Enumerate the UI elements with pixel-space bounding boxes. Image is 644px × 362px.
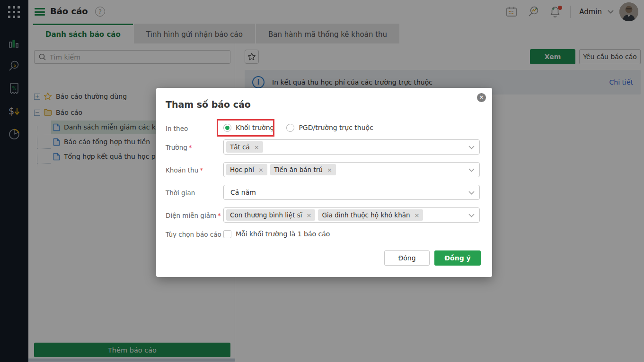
required-mark: *: [200, 166, 203, 174]
required-mark: *: [189, 144, 192, 151]
radio-label: PGD/trường trực thuộc: [299, 124, 373, 131]
fee-label: Khoản thu*: [166, 166, 203, 174]
modal-title: Tham số báo cáo: [166, 99, 251, 110]
remove-tag-icon[interactable]: ×: [327, 166, 332, 173]
checkbox-unchecked-icon[interactable]: [223, 230, 231, 238]
remove-tag-icon[interactable]: ×: [254, 144, 259, 151]
tag-hoc-phi: Học phí×: [226, 164, 267, 175]
chevron-down-icon: [468, 146, 475, 149]
options-label: Tùy chọn báo cáo: [166, 231, 221, 238]
report-option-row: Mỗi khối trường là 1 báo cáo: [223, 227, 330, 241]
remove-tag-icon[interactable]: ×: [258, 166, 264, 173]
tag-con-thuong-binh-liet-si: Con thương bình liệt sĩ×: [226, 209, 315, 221]
school-label: Trường*: [166, 144, 192, 151]
remove-tag-icon[interactable]: ×: [415, 212, 420, 219]
chevron-down-icon: [468, 191, 475, 195]
tag-gia-dinh-ho-kho-khan: Gia đình thuộc hộ khó khăn×: [318, 209, 423, 221]
close-button[interactable]: Đóng: [384, 250, 430, 266]
exemption-label: Diện miễn giảm*: [166, 212, 221, 219]
exemption-multiselect[interactable]: Con thương bình liệt sĩ× Gia đình thuộc …: [223, 207, 480, 223]
radio-khoi-truong[interactable]: Khối trường: [223, 124, 274, 132]
print-by-radio-group: Khối trường PGD/trường trực thuộc: [223, 117, 386, 138]
chevron-down-icon: [468, 214, 475, 217]
tag-tat-ca: Tất cả×: [226, 141, 263, 153]
radio-pgd-truong-truc-thuoc[interactable]: PGD/trường trực thuộc: [286, 124, 373, 132]
required-mark: *: [218, 212, 221, 219]
period-label: Thời gian: [166, 189, 195, 197]
tag-tien-an-ban-tru: Tiền ăn bán trú×: [270, 164, 336, 175]
chevron-down-icon: [468, 168, 475, 172]
close-icon[interactable]: ✕: [477, 93, 486, 102]
period-value: Cả năm: [226, 189, 256, 196]
radio-label: Khối trường: [236, 124, 274, 131]
period-select[interactable]: Cả năm: [223, 185, 480, 200]
print-by-label: In theo: [166, 125, 188, 132]
ok-button[interactable]: Đồng ý: [434, 250, 481, 266]
remove-tag-icon[interactable]: ×: [307, 212, 312, 219]
report-parameters-modal: ✕ Tham số báo cáo In theo Khối trường PG…: [156, 88, 492, 277]
fee-multiselect[interactable]: Học phí× Tiền ăn bán trú×: [223, 162, 480, 177]
radio-selected-icon[interactable]: [223, 124, 231, 132]
school-multiselect[interactable]: Tất cả×: [223, 139, 480, 155]
radio-unselected-icon[interactable]: [286, 124, 294, 132]
checkbox-label: Mỗi khối trường là 1 báo cáo: [236, 230, 330, 238]
